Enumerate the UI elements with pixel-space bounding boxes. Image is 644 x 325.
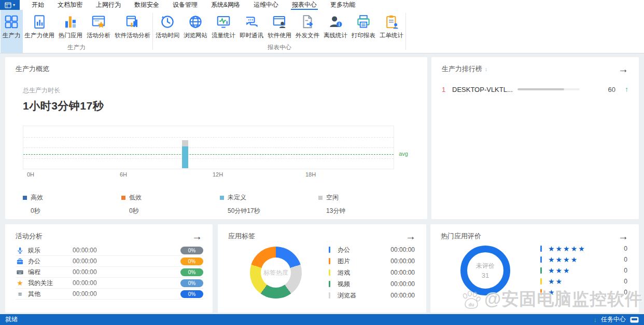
chart-bar xyxy=(182,127,188,168)
x-tick-label: 18H xyxy=(305,171,316,178)
menu-tab-8[interactable]: 更多功能 xyxy=(324,0,362,10)
legend-value: 13分钟 xyxy=(318,207,417,215)
legend-name: 低效 xyxy=(129,193,142,202)
activity-detail-arrow-icon[interactable]: → xyxy=(192,233,202,240)
activity-row-programming[interactable]: 编程00:00:000% xyxy=(16,267,203,278)
window-user-icon xyxy=(272,13,287,31)
legend-item-2: 未定义50分钟17秒 xyxy=(220,193,318,215)
rating-count: 0 xyxy=(624,289,627,296)
ribbon-item-label: 流量统计 xyxy=(212,32,235,39)
ratings-detail-arrow-icon[interactable]: → xyxy=(618,233,628,240)
legend-head: 高效 xyxy=(23,193,121,202)
tag-time: 00:00:00 xyxy=(390,292,415,299)
menu-tab-0[interactable]: 开始 xyxy=(25,0,51,10)
clock-icon xyxy=(160,13,175,31)
panel-title: 生产力排行榜 xyxy=(442,64,482,74)
menu-tab-4[interactable]: 设备管理 xyxy=(166,0,204,10)
star-icon: ★ xyxy=(16,279,24,287)
legend-item-1: 低效0秒 xyxy=(121,193,220,215)
panel-title: 生产力概览 xyxy=(16,64,49,74)
gridline xyxy=(23,147,394,148)
gridline xyxy=(23,137,394,138)
legend-swatch xyxy=(121,196,125,200)
legend-head: 未定义 xyxy=(220,193,318,202)
task-center-button[interactable]: 任务中心 xyxy=(601,315,626,324)
ribbon-group-label: 报表中心 xyxy=(153,44,406,51)
activity-time: 00:00:00 xyxy=(73,258,138,265)
tag-legend-row[interactable]: 游戏00:00:00 xyxy=(329,267,415,278)
tag-name: 游戏 xyxy=(338,268,350,277)
tags-legend: 办公00:00:00图片00:00:00游戏00:00:00视频00:00:00… xyxy=(329,244,415,301)
ribbon-group-label: 生产力 xyxy=(0,44,153,51)
activity-row-office[interactable]: 办公00:00:000% xyxy=(16,256,203,267)
ranking-detail-arrow-icon[interactable]: → xyxy=(618,65,628,73)
menu-tab-5[interactable]: 系统&网络 xyxy=(204,0,247,10)
menu-bar: ▾ 开始文档加密上网行为数据安全设备管理系统&网络运维中心报表中心更多功能 xyxy=(0,0,644,10)
activity-time: 00:00:00 xyxy=(73,268,138,276)
activity-name: 办公 xyxy=(28,257,73,266)
legend-head: 低效 xyxy=(121,193,220,202)
sort-icon[interactable]: ↕ xyxy=(485,66,487,72)
productivity-bar-chart: avg 0H6H12H18H xyxy=(23,126,394,181)
rating-row-1-star[interactable]: ★0 xyxy=(540,287,627,297)
rating-color-tick xyxy=(540,289,542,295)
rating-count: 0 xyxy=(624,245,627,252)
tag-legend-row[interactable]: 浏览器00:00:00 xyxy=(329,290,415,301)
tag-legend-row[interactable]: 视频00:00:00 xyxy=(329,278,415,290)
panel-activity-analysis: 活动分析 → 娱乐00:00:000%办公00:00:000%编程00:00:0… xyxy=(5,224,213,313)
activity-time: 00:00:00 xyxy=(73,290,138,297)
panel-productivity-ranking: 生产力排行榜 ↕ → 1DESKTOP-VLKTL...60↑ xyxy=(431,57,639,219)
dashboard-content: 生产力概览 总生产力时长 1小时3分钟17秒 avg 0H6H12H18H 高效… xyxy=(0,53,644,313)
tag-legend-row[interactable]: 图片00:00:00 xyxy=(329,255,415,267)
ribbon-item-label: 生产力 xyxy=(3,32,21,39)
app-menu-button[interactable]: ▾ xyxy=(0,0,20,10)
tray-monitor-icon[interactable] xyxy=(630,317,639,323)
window-chart-icon xyxy=(125,13,141,31)
total-duration-label: 总生产力时长 xyxy=(23,86,427,95)
rating-row-5-star[interactable]: ★★★★★0 xyxy=(540,243,627,254)
tag-heat-donut-chart: 标签热度 xyxy=(250,247,302,299)
rating-row-3-star[interactable]: ★★★0 xyxy=(540,265,627,276)
legend-name: 高效 xyxy=(31,193,43,202)
chat-icon xyxy=(244,13,259,31)
star-icons: ★ xyxy=(548,289,556,296)
menu-tab-7[interactable]: 报表中心 xyxy=(285,0,324,10)
tag-legend-row[interactable]: 办公00:00:00 xyxy=(329,244,415,255)
activity-row-entertainment[interactable]: 娱乐00:00:000% xyxy=(16,245,203,256)
legend-item-3: 空闲13分钟 xyxy=(318,193,417,215)
rating-count: 0 xyxy=(624,267,627,274)
rating-row-2-star[interactable]: ★★0 xyxy=(540,276,627,287)
tag-time: 00:00:00 xyxy=(390,246,415,253)
app-window-icon xyxy=(5,2,11,8)
window-star-icon xyxy=(91,13,106,31)
chart-x-axis: 0H6H12H18H xyxy=(23,171,394,181)
star-icons: ★★ xyxy=(548,278,563,285)
rating-row-4-star[interactable]: ★★★★0 xyxy=(540,254,627,265)
ribbon-item-label: 外发文件 xyxy=(296,32,319,39)
tag-time: 00:00:00 xyxy=(390,258,415,265)
progress-bar xyxy=(517,88,580,90)
menu-tab-1[interactable]: 文档加密 xyxy=(51,0,89,10)
activity-name: 我的关注 xyxy=(28,279,73,288)
ranking-row[interactable]: 1DESKTOP-VLKTL...60↑ xyxy=(442,85,628,93)
activity-percent-badge: 0% xyxy=(180,247,203,254)
grid-icon xyxy=(4,13,19,31)
ribbon-item-label: 离线统计 xyxy=(324,32,347,39)
x-tick-label: 12H xyxy=(213,171,223,178)
menu-tab-6[interactable]: 运维中心 xyxy=(247,0,285,10)
rank-value: 60 xyxy=(608,86,615,93)
tag-color-tick xyxy=(329,247,330,253)
tags-detail-arrow-icon[interactable]: → xyxy=(405,233,416,240)
activity-row-other[interactable]: ≡其他00:00:000% xyxy=(16,289,203,300)
activity-row-my-focus[interactable]: ★我的关注00:00:000% xyxy=(16,278,203,289)
tag-color-tick xyxy=(329,269,330,276)
star-icons: ★★★ xyxy=(548,267,571,274)
legend-name: 未定义 xyxy=(228,193,246,202)
rating-count: 0 xyxy=(624,256,627,263)
globe-icon xyxy=(188,13,203,31)
rank-number: 1 xyxy=(442,86,452,93)
rating-color-tick xyxy=(540,256,542,263)
device-name: DESKTOP-VLKTL... xyxy=(452,86,513,93)
menu-tab-2[interactable]: 上网行为 xyxy=(89,0,128,10)
menu-tab-3[interactable]: 数据安全 xyxy=(128,0,166,10)
